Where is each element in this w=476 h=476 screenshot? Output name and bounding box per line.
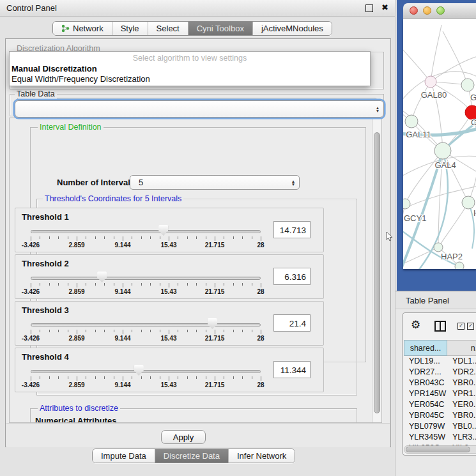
minor-tick: [196, 330, 197, 332]
table-row[interactable]: YER054CYER0...: [404, 400, 476, 411]
column-header-shared-name[interactable]: shared...: [404, 340, 447, 356]
number-of-intervals-select[interactable]: 5 ▲▼: [130, 175, 300, 190]
table-hscrollbar[interactable]: [404, 445, 476, 454]
dropdown-option-manual[interactable]: Manual Discretization: [12, 64, 97, 73]
cell-name: YDR2...: [452, 367, 476, 376]
gear-icon[interactable]: ⚙: [411, 318, 420, 331]
minimize-traffic-light[interactable]: [423, 6, 431, 15]
threshold-panel-4: Threshold 4-3.4262.8599.14415.4321.71528…: [15, 348, 324, 392]
table-row[interactable]: YBL079WYBL0...: [404, 422, 476, 433]
minor-tick: [160, 330, 160, 332]
minor-tick: [95, 376, 96, 379]
minor-tick: [160, 236, 160, 239]
mode-tab-discretize-data[interactable]: Discretize Data: [155, 449, 228, 463]
minor-tick: [95, 236, 96, 239]
node-label: H: [473, 208, 476, 218]
checkbox-icon[interactable]: ✓: [457, 323, 464, 330]
threshold-value-field[interactable]: 14.713: [273, 221, 311, 238]
tick-label: 21.715: [205, 335, 225, 342]
minor-tick: [150, 330, 151, 332]
slider-track[interactable]: [31, 277, 261, 280]
threshold-slider[interactable]: -3.4262.8599.14415.4321.71528: [31, 348, 261, 393]
threshold-slider[interactable]: -3.4262.8599.14415.4321.71528: [31, 208, 261, 253]
tab-style[interactable]: Style: [112, 22, 148, 35]
slider-handle[interactable]: [158, 225, 168, 236]
mode-tab-infer-network[interactable]: Infer Network: [228, 449, 295, 463]
network-node[interactable]: [425, 76, 436, 88]
slider-track[interactable]: [31, 323, 261, 326]
tick-label: -3.426: [22, 335, 40, 342]
major-tick: [261, 330, 261, 334]
network-edge: [431, 25, 441, 82]
cell-name: YBR0...: [452, 411, 476, 420]
dropdown-option-equal-width[interactable]: Equal Width/Frequency Discretization: [12, 74, 150, 84]
table-row[interactable]: YBR043CYBR0...: [404, 378, 476, 389]
tab-jactivemnodules[interactable]: jActiveMNodules: [252, 22, 332, 35]
major-tick: [123, 376, 123, 381]
network-node[interactable]: [405, 115, 418, 128]
minor-tick: [252, 376, 252, 379]
column-header-name[interactable]: n...: [447, 340, 476, 356]
apply-button[interactable]: Apply: [161, 430, 206, 444]
threshold-slider[interactable]: -3.4262.8599.14415.4321.71528: [31, 302, 261, 346]
minor-tick: [40, 330, 40, 332]
cell-shared-name: YBR043C: [409, 378, 445, 387]
minor-tick: [233, 236, 234, 239]
slider-handle[interactable]: [208, 318, 217, 329]
algorithm-select[interactable]: ▲▼: [15, 100, 384, 118]
cell-name: YLR3...: [452, 433, 476, 441]
tab-cyni-toolbox[interactable]: Cyni Toolbox: [188, 22, 252, 35]
float-window-icon[interactable]: [365, 4, 373, 12]
major-tick: [31, 376, 31, 381]
cell-name: YDL1...: [452, 357, 476, 365]
slider-track[interactable]: [31, 230, 261, 233]
settings-scrollbar[interactable]: [372, 118, 381, 422]
threshold-value-field[interactable]: 21.4: [273, 314, 311, 332]
settings-scrollbar-thumb[interactable]: [374, 132, 380, 413]
threshold-value-field[interactable]: 6.316: [273, 268, 311, 285]
minor-tick: [132, 236, 132, 239]
number-of-intervals-label: Number of Intervals: [57, 178, 135, 187]
table-hscrollbar-thumb[interactable]: [406, 447, 470, 452]
table-row[interactable]: YBR045CYBR0...: [404, 411, 476, 422]
tick-label: 2.859: [68, 335, 84, 342]
minor-tick: [49, 376, 50, 379]
slider-handle[interactable]: [97, 272, 107, 282]
network-node[interactable]: [462, 196, 475, 209]
minor-tick: [132, 283, 132, 286]
close-icon[interactable]: ✖: [381, 3, 388, 12]
minor-tick: [49, 283, 50, 286]
threshold-value-field[interactable]: 11.344: [273, 361, 311, 378]
major-tick: [77, 330, 77, 334]
table-row[interactable]: YDR27...YDR2...: [404, 367, 476, 378]
slider-handle[interactable]: [134, 365, 144, 376]
network-node[interactable]: [403, 199, 410, 209]
table-row[interactable]: YPR145WYPR1...: [404, 389, 476, 400]
minor-tick: [187, 236, 188, 239]
split-columns-icon[interactable]: [434, 321, 446, 332]
major-tick: [261, 376, 261, 381]
mode-tab-impute-data[interactable]: Impute Data: [93, 449, 155, 463]
minor-tick: [58, 236, 59, 239]
network-view[interactable]: GAL80GAL11GAL4GCY1HAP2GCH: [403, 19, 476, 269]
tick-label: 15.43: [160, 288, 176, 295]
mouse-cursor: [386, 232, 394, 242]
slider-track[interactable]: [31, 370, 261, 373]
checkbox-icon[interactable]: ✓: [467, 323, 474, 330]
network-node[interactable]: [461, 79, 474, 91]
close-traffic-light[interactable]: [410, 6, 418, 15]
table-row[interactable]: YDL19...YDL1...: [404, 357, 476, 367]
threshold-slider[interactable]: -3.4262.8599.14415.4321.71528: [31, 255, 261, 300]
minor-tick: [68, 376, 68, 379]
network-node[interactable]: [434, 243, 443, 252]
table-row[interactable]: YLR345WYLR3...: [404, 433, 476, 443]
dropdown-placeholder: Select algorithm to view settings: [10, 54, 370, 63]
tab-label: Network: [73, 24, 104, 33]
tab-network[interactable]: Network: [53, 22, 112, 35]
network-node[interactable]: [434, 142, 451, 159]
tab-select[interactable]: Select: [148, 22, 188, 35]
zoom-traffic-light[interactable]: [436, 6, 445, 15]
network-node[interactable]: [455, 262, 464, 269]
tick-label: 15.43: [160, 242, 176, 249]
tick-label: 15.43: [160, 381, 176, 388]
